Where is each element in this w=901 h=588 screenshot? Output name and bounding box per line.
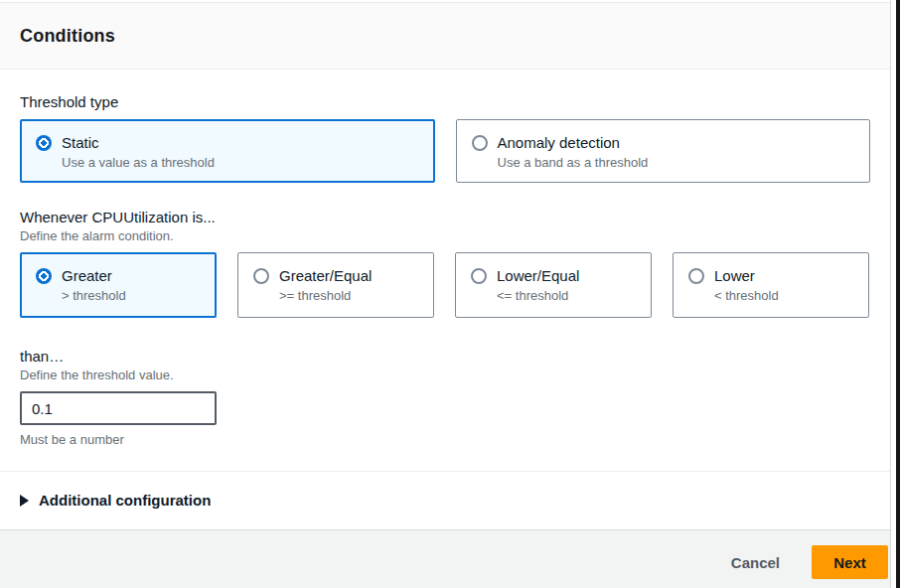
condition-sublabel: Define the alarm condition. <box>20 228 870 244</box>
scrollbar-thumb[interactable] <box>896 0 900 588</box>
option-static[interactable]: Static Use a value as a threshold <box>20 119 435 183</box>
footer-actions: Cancel Next <box>0 530 890 588</box>
additional-configuration-expander[interactable]: Additional configuration <box>0 471 890 530</box>
radio-lower-icon[interactable] <box>688 268 704 284</box>
option-lower-equal-description: <= threshold <box>497 287 579 304</box>
threshold-type-options: Static Use a value as a threshold Anomal… <box>20 119 870 183</box>
option-greater[interactable]: Greater > threshold <box>20 252 217 318</box>
threshold-value-hint: Must be a number <box>20 432 870 447</box>
threshold-value-sublabel: Define the threshold value. <box>20 368 870 383</box>
option-greater-equal-description: >= threshold <box>279 287 372 304</box>
radio-lower-equal-icon[interactable] <box>471 268 487 284</box>
option-lower-description: < threshold <box>714 287 779 304</box>
option-greater-label: Greater <box>62 266 126 285</box>
option-lower-equal[interactable]: Lower/Equal <= threshold <box>455 252 652 318</box>
radio-greater-icon[interactable] <box>36 268 52 284</box>
radio-anomaly-detection-icon[interactable] <box>472 135 488 151</box>
option-greater-description: > threshold <box>62 287 126 304</box>
triangle-right-icon <box>20 495 29 507</box>
additional-configuration-label: Additional configuration <box>39 492 211 509</box>
option-lower-label: Lower <box>714 266 779 285</box>
option-static-description: Use a value as a threshold <box>62 154 215 171</box>
option-lower-equal-label: Lower/Equal <box>497 266 579 285</box>
option-anomaly-detection-description: Use a band as a threshold <box>498 154 649 171</box>
next-button[interactable]: Next <box>812 545 888 579</box>
conditions-panel: Conditions Threshold type Static Use a v… <box>0 0 891 588</box>
option-static-label: Static <box>62 133 215 152</box>
option-anomaly-detection-label: Anomaly detection <box>498 133 649 152</box>
option-lower[interactable]: Lower < threshold <box>673 252 869 318</box>
condition-label: Whenever CPUUtilization is... <box>20 209 870 226</box>
condition-options: Greater > threshold Greater/Equal >= thr… <box>20 252 870 318</box>
radio-greater-equal-icon[interactable] <box>253 268 269 284</box>
radio-static-icon[interactable] <box>36 135 52 151</box>
option-greater-equal[interactable]: Greater/Equal >= threshold <box>237 252 434 318</box>
threshold-value-input[interactable] <box>20 391 217 425</box>
option-anomaly-detection[interactable]: Anomaly detection Use a band as a thresh… <box>456 119 871 183</box>
threshold-type-label: Threshold type <box>20 93 870 111</box>
page-title: Conditions <box>20 26 115 47</box>
cancel-button[interactable]: Cancel <box>731 554 780 571</box>
panel-header: Conditions <box>0 2 890 70</box>
threshold-value-label: than… <box>20 348 870 366</box>
panel-body: Threshold type Static Use a value as a t… <box>0 70 890 447</box>
option-greater-equal-label: Greater/Equal <box>279 266 372 285</box>
